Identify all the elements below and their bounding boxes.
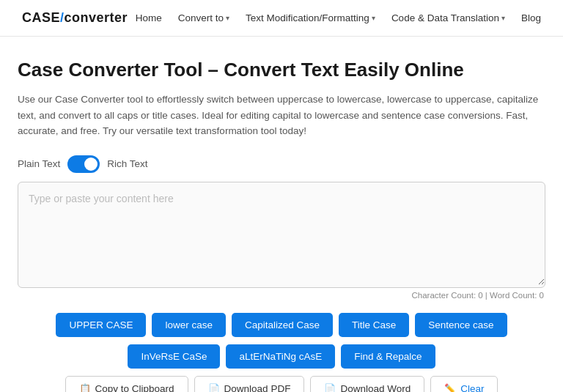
textarea-container bbox=[18, 182, 545, 288]
chevron-down-icon: ▾ bbox=[372, 14, 375, 22]
nav-blog[interactable]: Blog bbox=[521, 12, 541, 23]
char-word-count: Character Count: 0 | Word Count: 0 bbox=[18, 291, 545, 300]
navbar: CASE/converter Home Convert to ▾ Text Mo… bbox=[0, 0, 563, 37]
alternating-case-button[interactable]: aLtErNaTiNg cAsE bbox=[226, 344, 335, 369]
nav-home[interactable]: Home bbox=[136, 12, 162, 23]
main-content: Case Converter Tool – Convert Text Easil… bbox=[3, 37, 560, 392]
plain-text-label: Plain Text bbox=[18, 158, 60, 169]
plain-rich-toggle[interactable] bbox=[67, 155, 100, 173]
text-mode-toggle-row: Plain Text Rich Text bbox=[18, 155, 545, 173]
clear-button[interactable]: ✏️ Clear bbox=[430, 376, 498, 392]
clear-icon: ✏️ bbox=[444, 383, 456, 392]
nav-text-modification[interactable]: Text Modification/Formatting ▾ bbox=[246, 12, 375, 23]
nav-links: Home Convert to ▾ Text Modification/Form… bbox=[136, 12, 541, 23]
sentence-case-button[interactable]: Sentence case bbox=[415, 313, 507, 337]
nav-code-data[interactable]: Code & Data Translation ▾ bbox=[391, 12, 505, 23]
title-case-button[interactable]: Title Case bbox=[339, 313, 409, 337]
chevron-down-icon: ▾ bbox=[501, 14, 505, 22]
chevron-down-icon: ▾ bbox=[226, 14, 229, 22]
page-description: Use our Case Converter tool to effortles… bbox=[18, 92, 545, 139]
action-buttons-row: 📋 Copy to Clipboard 📄 Download PDF 📄 Dow… bbox=[18, 376, 545, 392]
case-buttons-row2: InVeRsE CaSe aLtErNaTiNg cAsE Find & Rep… bbox=[18, 344, 545, 369]
copy-clipboard-button[interactable]: 📋 Copy to Clipboard bbox=[65, 376, 188, 392]
text-input[interactable] bbox=[18, 182, 545, 285]
rich-text-label: Rich Text bbox=[107, 158, 147, 169]
toggle-thumb bbox=[84, 158, 97, 171]
page-title: Case Converter Tool – Convert Text Easil… bbox=[18, 59, 545, 81]
logo[interactable]: CASE/converter bbox=[22, 10, 128, 26]
capitalized-case-button[interactable]: Capitalized Case bbox=[232, 313, 333, 337]
inverse-case-button[interactable]: InVeRsE CaSe bbox=[128, 344, 220, 369]
word-icon: 📄 bbox=[324, 383, 336, 392]
logo-text: CASE/converter bbox=[22, 10, 128, 25]
download-word-button[interactable]: 📄 Download Word bbox=[310, 376, 424, 392]
nav-convert-to[interactable]: Convert to ▾ bbox=[178, 12, 229, 23]
copy-icon: 📋 bbox=[79, 383, 91, 392]
case-buttons-row1: UPPER CASE lower case Capitalized Case T… bbox=[18, 313, 545, 337]
lower-case-button[interactable]: lower case bbox=[152, 313, 226, 337]
download-pdf-button[interactable]: 📄 Download PDF bbox=[194, 376, 305, 392]
find-replace-button[interactable]: Find & Repalce bbox=[341, 344, 435, 369]
upper-case-button[interactable]: UPPER CASE bbox=[56, 313, 146, 337]
pdf-icon: 📄 bbox=[208, 383, 220, 392]
